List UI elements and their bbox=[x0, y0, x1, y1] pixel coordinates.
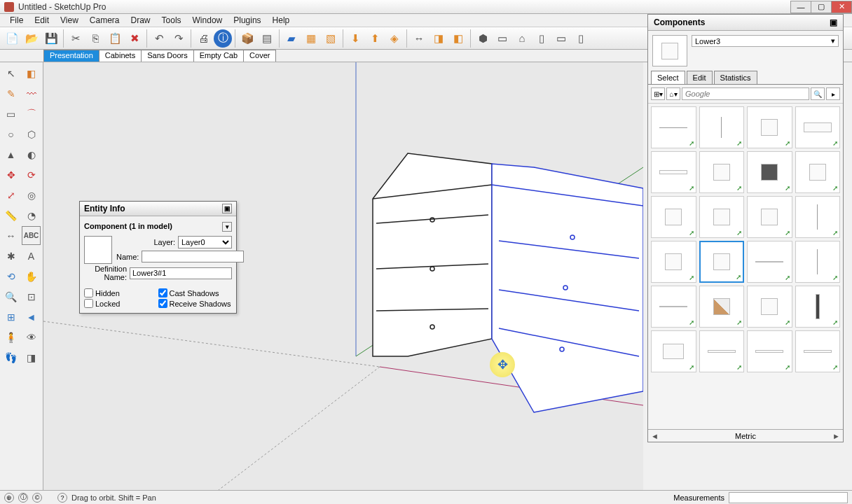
components-prev-icon[interactable]: ◄ bbox=[651, 432, 659, 440]
3dtext-tool-icon[interactable]: A bbox=[22, 246, 41, 265]
component-item[interactable]: ➚ bbox=[651, 151, 696, 193]
zoom-extents-icon[interactable]: ⊞ bbox=[1, 307, 20, 326]
protractor-tool-icon[interactable]: ◔ bbox=[22, 206, 41, 225]
menu-draw[interactable]: Draw bbox=[125, 14, 156, 27]
component-item[interactable]: ➚ bbox=[651, 330, 696, 372]
entity-info-dialog[interactable]: Entity Info ▣ Component (1 in model) ▾ L… bbox=[79, 201, 237, 314]
top-icon[interactable]: ▭ bbox=[493, 29, 511, 48]
components-tab-edit[interactable]: Edit bbox=[687, 71, 713, 84]
position-camera-icon[interactable]: 🧍 bbox=[1, 328, 20, 346]
components-panel-toggle-icon[interactable]: ▣ bbox=[830, 18, 837, 27]
new-file-icon[interactable]: 📄 bbox=[3, 29, 21, 48]
paste-icon[interactable]: 📋 bbox=[106, 29, 124, 48]
component-item[interactable]: ➚ bbox=[651, 106, 696, 148]
components-tab-statistics[interactable]: Statistics bbox=[714, 71, 757, 84]
walk-tool-icon[interactable]: 👣 bbox=[1, 348, 20, 367]
warehouse-share-icon[interactable]: ⬆ bbox=[366, 29, 384, 48]
search-menu-icon[interactable]: ▸ bbox=[826, 88, 840, 100]
entity-info-expand-icon[interactable]: ▾ bbox=[222, 222, 232, 232]
menu-edit[interactable]: Edit bbox=[29, 14, 55, 27]
components-search-input[interactable] bbox=[682, 88, 809, 100]
component-item[interactable]: ➚ bbox=[747, 330, 792, 372]
warehouse-browse-icon[interactable]: ◈ bbox=[385, 29, 404, 48]
line-tool-icon[interactable]: ✎ bbox=[1, 84, 20, 103]
orbit-tool-icon[interactable]: ⟲ bbox=[1, 267, 20, 286]
component-item[interactable]: ➚ bbox=[651, 286, 696, 328]
status-geo-icon[interactable]: ⊕ bbox=[4, 493, 14, 503]
material-icon[interactable]: ▧ bbox=[322, 29, 340, 48]
cut-icon[interactable]: ✂ bbox=[67, 29, 85, 48]
open-file-icon[interactable]: 📂 bbox=[22, 29, 41, 48]
component-item[interactable]: ➚ bbox=[699, 330, 745, 372]
left-icon[interactable]: ▯ bbox=[572, 29, 590, 48]
component-item[interactable]: ➚ bbox=[747, 106, 792, 148]
component-item[interactable]: ➚ bbox=[747, 241, 792, 283]
previous-view-icon[interactable]: ◄ bbox=[22, 307, 41, 326]
section-plane-icon[interactable]: ◨ bbox=[22, 348, 41, 367]
warehouse-get-icon[interactable]: ⬇ bbox=[346, 29, 364, 48]
look-around-icon[interactable]: 👁 bbox=[22, 328, 41, 346]
right-icon[interactable]: ▯ bbox=[532, 29, 551, 48]
component-item[interactable]: ➚ bbox=[699, 286, 745, 328]
cast-shadows-checkbox[interactable]: Cast Shadows bbox=[158, 288, 233, 298]
scene-tab-presentation[interactable]: Presentation bbox=[43, 50, 99, 62]
tape-tool-icon[interactable]: 📏 bbox=[1, 206, 20, 225]
component-item[interactable]: ➚ bbox=[795, 330, 841, 372]
status-credits-icon[interactable]: © bbox=[32, 493, 42, 503]
component-item[interactable]: ➚ bbox=[651, 241, 696, 283]
menu-window[interactable]: Window bbox=[187, 14, 228, 27]
move-tool-icon[interactable]: ✥ bbox=[1, 165, 20, 184]
text-tool-icon[interactable]: ABC bbox=[22, 226, 41, 245]
model-info-icon[interactable]: ⓘ bbox=[214, 29, 232, 48]
rotate-tool-icon[interactable]: ⟳ bbox=[22, 165, 41, 184]
status-help-icon[interactable]: ? bbox=[57, 493, 67, 503]
component-item[interactable]: ➚ bbox=[795, 241, 841, 283]
redo-icon[interactable]: ↷ bbox=[170, 29, 188, 48]
section-icon[interactable]: ◨ bbox=[430, 29, 448, 48]
component-item[interactable]: ➚ bbox=[747, 151, 792, 193]
layers-icon[interactable]: ▤ bbox=[258, 29, 276, 48]
offset-tool-icon[interactable]: ◎ bbox=[22, 186, 41, 204]
status-person-icon[interactable]: ⓘ bbox=[18, 493, 28, 503]
components-panel[interactable]: Components ▣ Lower3 ▾ Select Edit Statis… bbox=[647, 14, 844, 442]
save-icon[interactable]: 💾 bbox=[42, 29, 60, 48]
layer-select[interactable]: Layer0 bbox=[178, 236, 232, 248]
freehand-tool-icon[interactable]: 〰 bbox=[22, 84, 41, 103]
undo-icon[interactable]: ↶ bbox=[150, 29, 168, 48]
measurements-input[interactable] bbox=[729, 492, 848, 503]
make-component-icon[interactable]: 📦 bbox=[238, 29, 256, 48]
menu-view[interactable]: View bbox=[55, 14, 84, 27]
minimize-button[interactable]: — bbox=[790, 1, 811, 13]
delete-icon[interactable]: ✖ bbox=[125, 29, 144, 48]
components-tab-select[interactable]: Select bbox=[651, 71, 685, 84]
component-item[interactable]: ➚ bbox=[795, 286, 841, 328]
back-icon[interactable]: ▭ bbox=[552, 29, 570, 48]
scene-tab-cabinets[interactable]: Cabinets bbox=[99, 50, 142, 62]
front-icon[interactable]: ⌂ bbox=[513, 29, 531, 48]
pan-tool-icon[interactable]: ✋ bbox=[22, 267, 41, 286]
circle-tool-icon[interactable]: ○ bbox=[1, 125, 20, 144]
component-item-selected[interactable]: ➚ bbox=[699, 241, 745, 283]
close-button[interactable]: ✕ bbox=[831, 1, 852, 13]
component-item[interactable]: ➚ bbox=[699, 196, 745, 238]
menu-file[interactable]: File bbox=[4, 14, 29, 27]
menu-help[interactable]: Help bbox=[267, 14, 296, 27]
component-item[interactable]: ➚ bbox=[699, 151, 745, 193]
section-display-icon[interactable]: ◧ bbox=[449, 29, 467, 48]
menu-camera[interactable]: Camera bbox=[84, 14, 125, 27]
component-item[interactable]: ➚ bbox=[795, 106, 841, 148]
axes-tool-icon[interactable]: ✱ bbox=[1, 246, 20, 265]
entity-info-thumbnail[interactable] bbox=[84, 236, 112, 264]
print-icon[interactable]: 🖨 bbox=[194, 29, 212, 48]
select-tool-icon[interactable]: ↖ bbox=[1, 64, 20, 83]
selected-component-thumbnail[interactable] bbox=[652, 35, 687, 66]
dim-tool-icon[interactable]: ↔ bbox=[410, 29, 428, 48]
pushpull-tool-icon[interactable]: ▲ bbox=[1, 145, 20, 164]
dimension-tool-icon[interactable]: ↔ bbox=[1, 226, 20, 245]
defname-input[interactable] bbox=[130, 267, 232, 279]
arc-tool-icon[interactable]: ⌒ bbox=[22, 104, 41, 123]
rectangle-tool-icon[interactable]: ▭ bbox=[1, 104, 20, 123]
hidden-checkbox[interactable]: Hidden bbox=[84, 288, 158, 298]
followme-tool-icon[interactable]: ◐ bbox=[22, 145, 41, 164]
component-name-menu-icon[interactable]: ▾ bbox=[831, 36, 835, 46]
